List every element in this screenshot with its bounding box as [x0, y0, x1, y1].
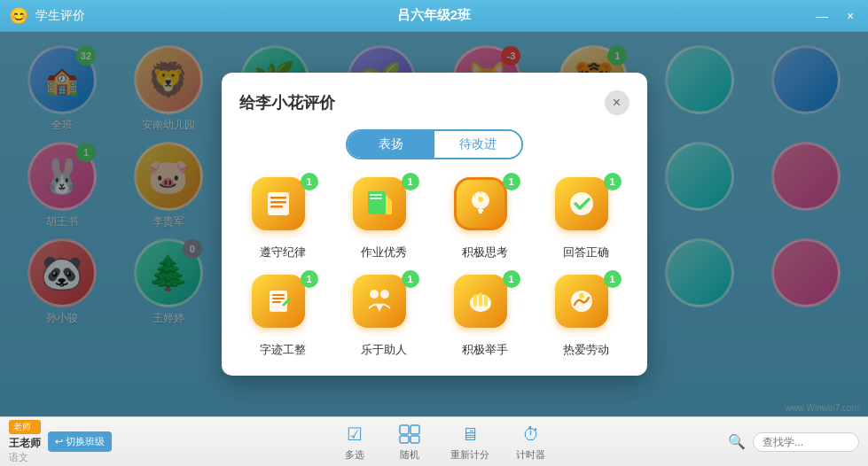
timer-icon: ⏱ — [517, 422, 545, 447]
rescore-label: 重新计分 — [450, 448, 489, 462]
title-bar: 😊 学生评价 吕六年级2班 — × — [0, 0, 868, 32]
svg-rect-5 — [370, 194, 382, 196]
svg-rect-31 — [411, 425, 419, 434]
toolbar-center: ☑ 多选 随机 🖥 重新计分 ⏱ — [168, 422, 717, 462]
svg-marker-7 — [386, 195, 392, 201]
raise-icon — [454, 275, 507, 328]
category-label: 乐于助人 — [361, 342, 407, 358]
svg-line-14 — [486, 194, 488, 196]
app-name: 学生评价 — [35, 8, 85, 24]
homework-icon — [353, 177, 406, 230]
category-item-write[interactable]: 1 字迹工整 — [239, 275, 326, 358]
toolbar-rescore-button[interactable]: 🖥 重新计分 — [450, 422, 489, 462]
toolbar-select-button[interactable]: ☑ 多选 — [340, 422, 369, 462]
svg-rect-0 — [268, 192, 289, 215]
svg-rect-11 — [479, 212, 482, 214]
category-grid: 1 遵守纪律 — [239, 177, 629, 358]
svg-point-29 — [579, 293, 584, 299]
svg-rect-27 — [484, 295, 488, 307]
teacher-badge-label: 老师 — [9, 420, 41, 434]
window-title: 吕六年级2班 — [397, 7, 471, 24]
svg-point-22 — [370, 290, 379, 299]
switch-class-button[interactable]: ↩ 切换班级 — [48, 431, 112, 452]
category-item-answer[interactable]: 1 回答正确 — [543, 177, 629, 260]
svg-rect-6 — [370, 198, 382, 199]
category-label: 遵守纪律 — [260, 245, 306, 260]
toolbar-left: 老师 王老师 语文 ↩ 切换班级 — [9, 420, 168, 464]
svg-rect-32 — [400, 436, 409, 443]
random-icon — [395, 422, 424, 447]
category-badge: 1 — [402, 173, 419, 190]
category-badge: 1 — [604, 270, 622, 288]
timer-label: 计时器 — [516, 448, 545, 462]
main-content: 🏫 32 全班 🦁 安南幼儿园 🌿 🌱 🐱 -3 — [0, 32, 868, 466]
svg-point-12 — [478, 197, 483, 202]
category-item-raise[interactable]: 1 积极举手 — [442, 275, 528, 358]
category-label: 积极思考 — [462, 245, 508, 260]
svg-rect-1 — [270, 197, 286, 199]
toolbar-random-button[interactable]: 随机 — [395, 422, 424, 462]
rescore-icon: 🖥 — [456, 422, 484, 447]
svg-rect-26 — [479, 292, 482, 307]
svg-rect-19 — [272, 298, 285, 299]
title-bar-left: 😊 学生评价 — [9, 6, 85, 26]
modal-title: 给李小花评价 — [239, 92, 335, 113]
svg-rect-2 — [270, 201, 286, 204]
search-input[interactable] — [753, 432, 859, 452]
random-label: 随机 — [400, 448, 419, 462]
category-item-think[interactable]: 1 积极思考 — [442, 177, 528, 260]
minimize-button[interactable]: — — [813, 7, 831, 25]
select-icon: ☑ — [340, 422, 369, 447]
category-label: 字迹工整 — [260, 342, 306, 358]
category-item-homework[interactable]: 1 作业优秀 — [340, 177, 427, 260]
teacher-subject: 语文 — [9, 451, 41, 464]
close-button[interactable]: × — [841, 7, 859, 25]
category-badge: 1 — [503, 173, 520, 190]
category-badge: 1 — [301, 270, 318, 288]
category-item-labor[interactable]: 1 热爱劳动 — [543, 275, 629, 358]
svg-point-16 — [570, 192, 593, 215]
teacher-info: 老师 王老师 语文 — [9, 420, 41, 464]
svg-rect-8 — [386, 201, 392, 214]
modal-overlay: 给李小花评价 × 表扬 待改进 — [0, 32, 868, 416]
toolbar-timer-button[interactable]: ⏱ 计时器 — [516, 422, 545, 462]
tab-improve[interactable]: 待改进 — [434, 131, 521, 158]
category-badge: 1 — [604, 173, 622, 190]
category-label: 回答正确 — [563, 245, 609, 260]
svg-rect-30 — [400, 425, 409, 434]
category-badge: 1 — [503, 270, 520, 288]
labor-icon — [555, 275, 608, 328]
title-bar-controls: — × — [813, 7, 859, 25]
think-icon — [454, 177, 507, 230]
category-label: 热爱劳动 — [563, 342, 609, 358]
toolbar-right: 🔍 — [717, 432, 859, 452]
category-label: 作业优秀 — [361, 245, 407, 260]
category-badge: 1 — [402, 270, 419, 288]
svg-line-15 — [473, 194, 475, 196]
modal-close-button[interactable]: × — [605, 90, 629, 115]
teacher-name: 王老师 — [9, 436, 41, 451]
svg-rect-10 — [478, 209, 483, 212]
app-logo: 😊 — [9, 6, 28, 26]
tab-praise[interactable]: 表扬 — [348, 131, 434, 158]
answer-icon — [555, 177, 608, 230]
modal-header: 给李小花评价 × — [239, 90, 629, 115]
category-badge: 1 — [301, 173, 318, 190]
category-item-help[interactable]: 1 乐于助人 — [340, 275, 427, 358]
svg-rect-3 — [270, 206, 283, 208]
svg-rect-25 — [473, 294, 477, 307]
category-item-rules[interactable]: 1 遵守纪律 — [239, 177, 326, 260]
rules-icon — [252, 177, 305, 230]
help-icon — [353, 275, 406, 328]
evaluation-modal: 给李小花评价 × 表扬 待改进 — [222, 73, 647, 376]
select-label: 多选 — [345, 448, 364, 462]
category-label: 积极举手 — [462, 342, 508, 358]
svg-rect-20 — [272, 301, 281, 303]
svg-point-23 — [380, 290, 389, 299]
tab-group: 表扬 待改进 — [346, 129, 523, 159]
svg-rect-18 — [272, 294, 285, 296]
write-icon — [252, 275, 305, 328]
search-icon: 🔍 — [728, 433, 746, 450]
svg-rect-33 — [411, 436, 419, 443]
toolbar: 老师 王老师 语文 ↩ 切换班级 ☑ 多选 — [0, 416, 868, 466]
